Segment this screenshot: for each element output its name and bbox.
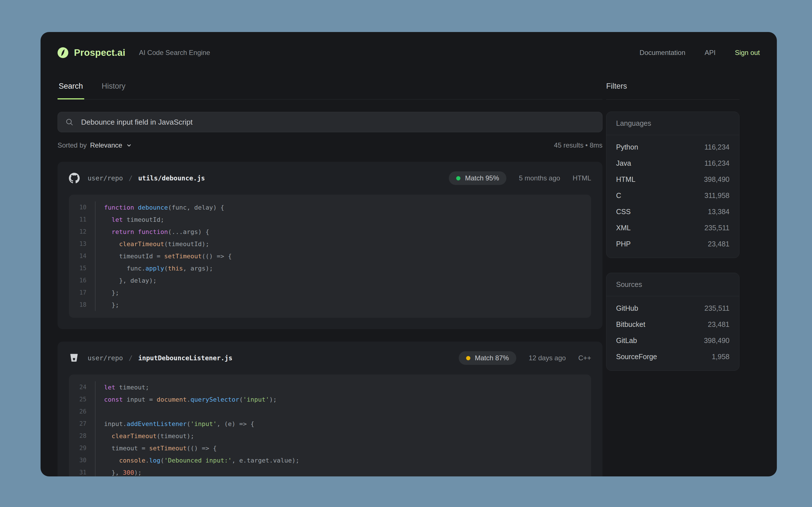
brand[interactable]: Prospect.ai <box>58 47 125 58</box>
code-text: clearTimeout(timeout); <box>96 430 194 442</box>
code-line: 16 }, delay); <box>69 275 591 287</box>
code-text: console.log('Debounced input:', e.target… <box>96 454 299 466</box>
search-bar[interactable] <box>58 112 603 132</box>
results-list: user/repo/utils/debounce.jsMatch 95%5 mo… <box>58 162 603 476</box>
filter-row-bitbucket[interactable]: Bitbucket23,481 <box>606 317 739 333</box>
tab-search[interactable]: Search <box>58 77 84 99</box>
code-line: 31 }, 300); <box>69 466 591 476</box>
filter-count: 116,234 <box>704 143 729 151</box>
repo-name[interactable]: user/repo <box>88 354 123 362</box>
match-dot-icon <box>456 176 460 180</box>
nav-api[interactable]: API <box>705 49 716 57</box>
match-badge: Match 95% <box>449 171 506 185</box>
github-icon <box>69 173 80 183</box>
code-text: timeout = setTimeout(() => { <box>96 442 217 454</box>
filter-row-gitlab[interactable]: GitLab398,490 <box>606 333 739 349</box>
line-number: 16 <box>69 275 96 287</box>
line-number: 18 <box>69 299 96 311</box>
code-line: 27input.addEventListener('input', (e) =>… <box>69 418 591 430</box>
brand-name: Prospect.ai <box>74 47 125 58</box>
match-label: Match 87% <box>475 354 509 362</box>
main-column: SearchHistory Sorted by Relevance 45 r <box>58 73 603 476</box>
filter-panel-languages: LanguagesPython116,234Java116,234HTML398… <box>606 112 740 258</box>
code-text: input.addEventListener('input', (e) => { <box>96 418 254 430</box>
file-name[interactable]: utils/debounce.js <box>138 174 205 182</box>
line-number: 14 <box>69 250 96 262</box>
code-text: const input = document.querySelector('in… <box>96 393 277 406</box>
result-header: user/repo/inputDebounceListener.jsMatch … <box>69 351 591 365</box>
nav-documentation[interactable]: Documentation <box>640 49 685 57</box>
code-text: clearTimeout(timeoutId); <box>96 238 209 250</box>
filter-label: GitLab <box>616 336 637 345</box>
filter-row-html[interactable]: HTML398,490 <box>606 171 739 187</box>
repo-name[interactable]: user/repo <box>88 174 123 182</box>
result-age: 5 months ago <box>519 174 560 182</box>
path-separator-icon: / <box>129 354 133 362</box>
filter-count: 23,481 <box>708 240 729 248</box>
filter-label: GitHub <box>616 304 638 313</box>
code-text: }, delay); <box>96 275 156 287</box>
filter-count: 13,384 <box>708 208 729 216</box>
line-number: 10 <box>69 202 96 214</box>
filter-row-xml[interactable]: XML235,511 <box>606 220 739 236</box>
code-line: 11 let timeoutId; <box>69 214 591 226</box>
code-block[interactable]: 24let timeout;25const input = document.q… <box>69 375 591 476</box>
panel-title: Languages <box>606 112 739 135</box>
line-number: 30 <box>69 454 96 466</box>
filter-count: 398,490 <box>704 175 729 183</box>
file-name[interactable]: inputDebounceListener.js <box>138 354 232 362</box>
tab-history[interactable]: History <box>101 77 127 99</box>
sort-dropdown[interactable]: Relevance <box>90 142 122 149</box>
panel-rows: Python116,234Java116,234HTML398,490C311,… <box>606 135 739 258</box>
filter-count: 235,511 <box>704 224 729 232</box>
filter-row-github[interactable]: GitHub235,511 <box>606 300 739 317</box>
sort-prefix-label: Sorted by <box>58 142 87 149</box>
result-language: C++ <box>578 354 591 362</box>
nav-sign-out[interactable]: Sign out <box>735 49 760 57</box>
filter-row-css[interactable]: CSS13,384 <box>606 204 739 220</box>
filter-row-c[interactable]: C311,958 <box>606 187 739 204</box>
code-text: let timeout; <box>96 381 149 393</box>
filter-label: C <box>616 191 621 200</box>
panel-rows: GitHub235,511Bitbucket23,481GitLab398,49… <box>606 296 739 371</box>
search-icon <box>65 118 74 126</box>
filter-panels: LanguagesPython116,234Java116,234HTML398… <box>606 112 740 371</box>
match-badge: Match 87% <box>459 351 516 365</box>
result-card: user/repo/utils/debounce.jsMatch 95%5 mo… <box>58 162 603 329</box>
code-line: 15 func.apply(this, args); <box>69 262 591 275</box>
code-line: 26 <box>69 406 591 418</box>
match-dot-icon <box>466 356 470 360</box>
code-text: }, 300); <box>96 466 142 476</box>
search-input[interactable] <box>81 118 595 127</box>
filter-row-java[interactable]: Java116,234 <box>606 155 739 171</box>
result-header: user/repo/utils/debounce.jsMatch 95%5 mo… <box>69 171 591 185</box>
tab-bar: SearchHistory <box>58 77 603 99</box>
filter-label: Java <box>616 159 631 167</box>
filter-row-php[interactable]: PHP23,481 <box>606 236 739 252</box>
filter-row-sourceforge[interactable]: SourceForge1,958 <box>606 349 739 365</box>
code-text: let timeoutId; <box>96 214 164 226</box>
logo-icon <box>58 47 68 58</box>
match-label: Match 95% <box>465 174 499 182</box>
code-text: timeoutId = setTimeout(() => { <box>96 250 232 262</box>
filter-label: Bitbucket <box>616 320 645 329</box>
sort-row: Sorted by Relevance 45 results • 8ms <box>58 142 603 149</box>
chevron-down-icon[interactable] <box>125 142 133 149</box>
line-number: 24 <box>69 381 96 393</box>
code-line: 30 console.log('Debounced input:', e.tar… <box>69 454 591 466</box>
code-line: 14 timeoutId = setTimeout(() => { <box>69 250 591 262</box>
result-meta-group: Match 95%5 months agoHTML <box>449 171 591 185</box>
filter-label: PHP <box>616 240 630 248</box>
filter-row-python[interactable]: Python116,234 <box>606 139 739 155</box>
line-number: 26 <box>69 406 96 418</box>
filter-count: 23,481 <box>708 320 729 329</box>
filter-count: 235,511 <box>704 304 729 313</box>
code-text: func.apply(this, args); <box>96 262 213 275</box>
code-text: }; <box>96 299 119 311</box>
code-line: 13 clearTimeout(timeoutId); <box>69 238 591 250</box>
code-line: 17 }; <box>69 287 591 299</box>
line-number: 15 <box>69 262 96 275</box>
filter-label: HTML <box>616 175 636 183</box>
bucket-icon <box>69 353 80 363</box>
code-block[interactable]: 10function debounce(func, delay) {11 let… <box>69 194 591 318</box>
